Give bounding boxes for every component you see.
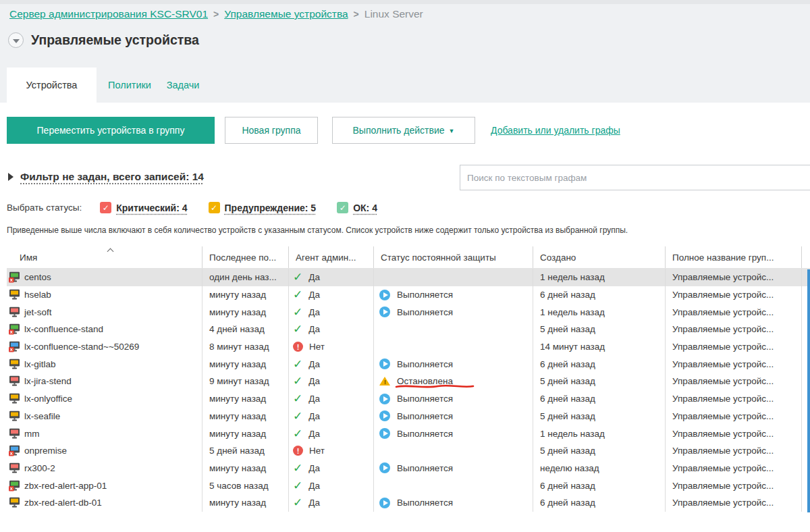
offline-badge-icon: x bbox=[9, 329, 14, 335]
column-header-agent[interactable]: Агент админ... bbox=[289, 246, 374, 268]
table-row[interactable]: x lx-confluence-stand 4 дней назад ✓ ! Д… bbox=[7, 321, 810, 338]
protection-value: Выполняется bbox=[397, 394, 453, 404]
table-row[interactable]: x lx-seafile минуту назад ✓ ! Да ! Выпол… bbox=[7, 408, 810, 425]
status-warning-filter[interactable]: ✓ Предупреждение: 5 bbox=[209, 202, 317, 213]
last-connection-cell: 5 дней назад bbox=[202, 442, 289, 460]
vertical-scrollbar[interactable] bbox=[807, 269, 810, 512]
group-cell: Управляемые устройс... bbox=[666, 477, 802, 494]
created-value: 6 дней назад bbox=[540, 359, 595, 369]
device-name-cell: x hselab bbox=[7, 286, 202, 304]
agent-cell: ✓ ! Да bbox=[289, 269, 374, 286]
protection-value: Выполняется bbox=[397, 307, 453, 317]
last-connection-cell: минуту назад bbox=[202, 408, 289, 425]
group-value: Управляемые устройс... bbox=[672, 411, 774, 421]
offline-badge-icon: x bbox=[9, 277, 14, 283]
agent-value: Да bbox=[308, 290, 320, 300]
filter-summary[interactable]: Фильтр не задан, всего записей: 14 bbox=[8, 171, 204, 183]
ksc-console-window: Сервер администрирования KSC-SRV01 > Упр… bbox=[0, 0, 810, 532]
last-connection-value: 8 минут назад bbox=[209, 342, 269, 352]
last-connection-cell: минуту назад bbox=[202, 425, 289, 442]
table-row[interactable]: x lx-gitlab минуту назад ✓ ! Да ! Выполн… bbox=[7, 355, 810, 373]
status-ok-label: ОК: 4 bbox=[353, 203, 377, 213]
agent-cell: ✓ ! Да bbox=[289, 390, 374, 408]
agent-value: Да bbox=[308, 498, 320, 508]
protection-status-cell: ! Выполняется bbox=[374, 390, 533, 408]
agent-cell: ✓ ! Да bbox=[289, 355, 374, 373]
search-input[interactable] bbox=[460, 165, 810, 190]
checkbox-ok[interactable]: ✓ bbox=[337, 202, 348, 213]
new-group-button[interactable]: Новая группа bbox=[225, 117, 318, 144]
breadcrumb-server-link[interactable]: Сервер администрирования KSC-SRV01 bbox=[9, 8, 208, 20]
created-cell: 6 дней назад bbox=[533, 355, 666, 373]
tab-devices[interactable]: Устройства bbox=[7, 68, 97, 103]
created-cell: 6 дней назад bbox=[533, 494, 666, 512]
tab-tasks[interactable]: Задачи bbox=[159, 68, 207, 103]
status-critical-filter[interactable]: ✓ Критический: 4 bbox=[100, 202, 187, 213]
device-name: lx-confluence-stand bbox=[24, 324, 103, 334]
table-row[interactable]: x rx300-2 минуту назад ✓ ! Да ! Выполняе… bbox=[7, 460, 810, 477]
table-row[interactable]: x lx-onlyoffice минуту назад ✓ ! Да ! Вы… bbox=[7, 390, 810, 408]
move-devices-button[interactable]: Переместить устройства в группу bbox=[7, 117, 215, 144]
table-row[interactable]: x hselab минуту назад ✓ ! Да ! Выполняет… bbox=[7, 286, 810, 304]
agent-cell: ✓ ! Да bbox=[289, 494, 374, 512]
table-row[interactable]: x lx-jira-stend 9 минут назад ✓ ! Да ! О… bbox=[7, 373, 810, 390]
play-icon bbox=[379, 410, 390, 421]
column-header-group-name[interactable]: Полное название груп... bbox=[666, 246, 802, 268]
column-header-protection-status[interactable]: Статус постоянной защиты bbox=[374, 246, 533, 268]
agent-cell: ✓ ! Да bbox=[289, 425, 374, 442]
table-row[interactable]: x zbx-red-alert-app-01 5 часов назад ✓ !… bbox=[7, 477, 810, 494]
group-value: Управляемые устройс... bbox=[672, 359, 774, 369]
play-triangle bbox=[383, 500, 388, 506]
last-connection-value: минуту назад bbox=[209, 394, 266, 404]
table-row[interactable]: x jet-soft минуту назад ✓ ! Да ! Выполня… bbox=[7, 303, 810, 321]
group-value: Управляемые устройс... bbox=[672, 463, 774, 473]
perform-action-button[interactable]: Выполнить действие▼ bbox=[332, 117, 475, 144]
play-icon bbox=[379, 290, 390, 300]
group-cell: Управляемые устройс... bbox=[666, 390, 802, 408]
last-connection-cell: минуту назад bbox=[202, 303, 289, 321]
agent-value: Да bbox=[308, 481, 320, 491]
last-connection-value: 4 дней назад bbox=[209, 324, 265, 334]
table-row[interactable]: x zbx-red-alert-db-01 минуту назад ✓ ! Д… bbox=[7, 494, 810, 512]
device-monitor-icon: x bbox=[9, 358, 22, 370]
error-exclamation-icon: ! bbox=[293, 342, 303, 352]
status-filter-row: Выбрать статусы: ✓ Критический: 4 ✓ Пред… bbox=[7, 202, 398, 213]
column-header-last-connection[interactable]: Последнее по... bbox=[202, 246, 289, 268]
last-connection-value: минуту назад bbox=[209, 290, 266, 300]
created-cell: 5 дней назад bbox=[533, 442, 666, 460]
agent-value: Да bbox=[308, 411, 320, 421]
table-row[interactable]: x lx-confluence-stand~~50269 8 минут наз… bbox=[7, 338, 810, 356]
device-name: mm bbox=[24, 429, 40, 439]
column-header-created[interactable]: Создано bbox=[533, 246, 666, 268]
checkbox-warning[interactable]: ✓ bbox=[209, 202, 220, 213]
group-cell: Управляемые устройс... bbox=[666, 442, 802, 460]
device-monitor-icon: x bbox=[9, 410, 22, 422]
table-row[interactable]: x onpremise 5 дней назад ✓ ! Нет ! 5 дне… bbox=[7, 442, 810, 460]
created-value: 5 дней назад bbox=[540, 411, 595, 421]
column-header-name[interactable]: Имя bbox=[7, 246, 202, 268]
tab-policies[interactable]: Политики bbox=[103, 68, 157, 103]
checkbox-critical[interactable]: ✓ bbox=[100, 202, 111, 213]
created-cell: 1 недель назад bbox=[533, 269, 666, 286]
collapse-toggle-icon[interactable] bbox=[8, 32, 24, 48]
play-triangle bbox=[383, 361, 388, 367]
table-row[interactable]: x centos один день наз... ✓ ! Да ! 1 нед… bbox=[7, 269, 810, 286]
device-monitor-icon: x bbox=[9, 375, 22, 387]
last-connection-value: минуту назад bbox=[209, 463, 266, 473]
add-remove-columns-link[interactable]: Добавить или удалить графы bbox=[491, 117, 620, 144]
status-ok-filter[interactable]: ✓ ОК: 4 bbox=[337, 202, 377, 213]
breadcrumb-managed-devices-link[interactable]: Управляемые устройства bbox=[224, 8, 348, 20]
group-value: Управляемые устройс... bbox=[672, 272, 774, 282]
table-row[interactable]: x mm минуту назад ✓ ! Да ! Выполняется 1… bbox=[7, 425, 810, 442]
agent-value: Нет bbox=[309, 342, 325, 352]
last-connection-cell: 4 дней назад bbox=[202, 321, 289, 338]
agent-cell: ✓ ! Да bbox=[289, 373, 374, 390]
device-monitor-icon: x bbox=[9, 428, 22, 440]
created-value: 5 дней назад bbox=[540, 376, 595, 386]
group-cell: Управляемые устройс... bbox=[666, 338, 802, 356]
breadcrumb: Сервер администрирования KSC-SRV01 > Упр… bbox=[9, 8, 423, 20]
device-name-cell: x lx-gitlab bbox=[7, 355, 202, 373]
offline-badge-icon: x bbox=[9, 485, 14, 491]
agent-value: Да bbox=[308, 394, 320, 404]
created-cell: 1 недель назад bbox=[533, 425, 666, 442]
